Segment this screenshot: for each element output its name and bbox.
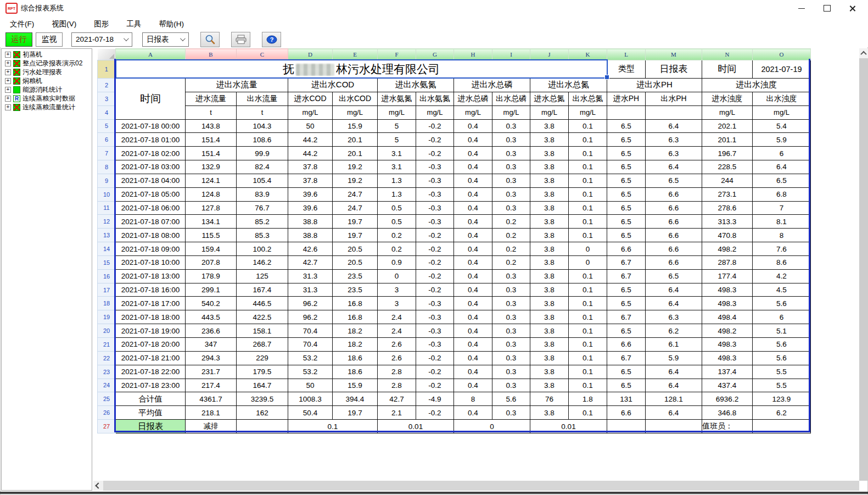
data-cell[interactable]: 3.8: [530, 133, 569, 147]
data-cell[interactable]: 0: [569, 242, 607, 256]
data-cell[interactable]: 0.3: [492, 201, 530, 215]
data-cell[interactable]: 3.8: [530, 229, 569, 242]
data-cell[interactable]: -0.2: [416, 283, 454, 297]
data-cell[interactable]: 347: [186, 338, 237, 352]
data-cell[interactable]: 3.8: [530, 255, 569, 269]
average-value-cell[interactable]: -0.2: [416, 406, 454, 420]
time-cell[interactable]: 2021-07-18 02:00: [116, 147, 186, 160]
data-cell[interactable]: 498.3: [702, 338, 753, 352]
data-cell[interactable]: 6.4: [753, 160, 811, 174]
row-header-9[interactable]: 9: [98, 174, 116, 187]
data-cell[interactable]: 167.4: [237, 283, 288, 297]
data-cell[interactable]: 6.6: [646, 201, 702, 215]
data-cell[interactable]: 6.1: [646, 338, 702, 352]
total-value-cell[interactable]: 3239.5: [237, 392, 288, 406]
data-cell[interactable]: 6.3: [646, 310, 702, 324]
sub-header-9[interactable]: 进水总氮: [530, 92, 569, 105]
data-cell[interactable]: 217.4: [186, 379, 237, 392]
data-cell[interactable]: 0.4: [454, 187, 492, 201]
total-label-cell[interactable]: 合计值: [116, 392, 186, 406]
data-cell[interactable]: 0.1: [569, 215, 607, 229]
data-cell[interactable]: 5.9: [646, 351, 702, 365]
time-cell[interactable]: 2021-07-18 05:00: [116, 187, 186, 201]
data-cell[interactable]: -0.2: [416, 133, 454, 147]
data-cell[interactable]: 83.9: [237, 187, 288, 201]
monitor-button[interactable]: 监视: [36, 32, 63, 47]
data-cell[interactable]: 6.6: [607, 338, 646, 352]
data-cell[interactable]: 446.5: [237, 297, 288, 310]
tree-item-5[interactable]: +能源消耗统计: [2, 85, 92, 94]
data-cell[interactable]: 0.4: [454, 160, 492, 174]
data-cell[interactable]: 0.1: [569, 187, 607, 201]
data-cell[interactable]: 6.5: [607, 133, 646, 147]
data-cell[interactable]: 23.5: [333, 283, 378, 297]
data-cell[interactable]: 0.1: [569, 119, 607, 133]
data-cell[interactable]: 0.4: [454, 255, 492, 269]
sub-header-6[interactable]: 出水氨氮: [416, 92, 454, 105]
row-header-23[interactable]: 23: [98, 365, 116, 379]
row-header-19[interactable]: 19: [98, 310, 116, 324]
data-cell[interactable]: 42.7: [288, 255, 333, 269]
unit-cell-8[interactable]: mg/L: [492, 105, 530, 119]
data-cell[interactable]: 18.2: [333, 338, 378, 352]
data-cell[interactable]: 0.3: [492, 338, 530, 352]
meta-type-value[interactable]: 日报表: [646, 60, 702, 78]
time-cell[interactable]: 2021-07-18 19:00: [116, 324, 186, 338]
data-cell[interactable]: 244: [702, 174, 753, 187]
data-cell[interactable]: 53.2: [288, 351, 333, 365]
data-cell[interactable]: 44.2: [288, 133, 333, 147]
menu-item-2[interactable]: 视图(V): [48, 18, 80, 31]
data-cell[interactable]: 3.8: [530, 215, 569, 229]
sub-header-2[interactable]: 出水流量: [237, 92, 288, 105]
data-cell[interactable]: 268.7: [237, 338, 288, 352]
time-cell[interactable]: 2021-07-18 09:00: [116, 242, 186, 256]
total-value-cell[interactable]: 131: [607, 392, 646, 406]
unit-cell-12[interactable]: [646, 105, 702, 119]
time-cell[interactable]: 2021-07-18 10:00: [116, 255, 186, 269]
data-cell[interactable]: 299.1: [186, 283, 237, 297]
unit-cell-6[interactable]: mg/L: [416, 105, 454, 119]
data-cell[interactable]: 0.1: [569, 160, 607, 174]
data-cell[interactable]: 0.3: [492, 269, 530, 283]
total-value-cell[interactable]: 5.6: [492, 392, 530, 406]
data-cell[interactable]: 5.6: [753, 351, 811, 365]
average-value-cell[interactable]: 6.4: [646, 406, 702, 420]
meta-time-label[interactable]: 时间: [702, 60, 753, 78]
data-cell[interactable]: 6.6: [607, 242, 646, 256]
data-cell[interactable]: 6.5: [607, 119, 646, 133]
data-cell[interactable]: 6.4: [646, 283, 702, 297]
data-cell[interactable]: 105.4: [237, 174, 288, 187]
menu-item-4[interactable]: 工具: [123, 18, 144, 31]
data-cell[interactable]: 0.3: [492, 119, 530, 133]
time-cell[interactable]: 2021-07-18 06:00: [116, 201, 186, 215]
data-cell[interactable]: -0.2: [416, 351, 454, 365]
data-cell[interactable]: 3.1: [378, 160, 416, 174]
data-cell[interactable]: 3.8: [530, 297, 569, 310]
data-cell[interactable]: 143.8: [186, 119, 237, 133]
vertical-scrollbar[interactable]: [859, 48, 868, 481]
data-cell[interactable]: 0.3: [492, 324, 530, 338]
data-cell[interactable]: 0.5: [378, 201, 416, 215]
column-header-I[interactable]: I: [492, 49, 530, 60]
data-cell[interactable]: 124.1: [186, 174, 237, 187]
menu-item-3[interactable]: 图形: [91, 18, 112, 31]
row-header-12[interactable]: 12: [98, 215, 116, 229]
data-cell[interactable]: 19.7: [333, 229, 378, 242]
data-cell[interactable]: 0.1: [569, 297, 607, 310]
sub-header-4[interactable]: 出水COD: [333, 92, 378, 105]
data-cell[interactable]: -0.3: [416, 174, 454, 187]
data-cell[interactable]: 108.6: [237, 133, 288, 147]
data-cell[interactable]: 0.1: [569, 324, 607, 338]
data-cell[interactable]: 0.1: [569, 269, 607, 283]
data-cell[interactable]: 3.1: [378, 147, 416, 160]
data-cell[interactable]: -0.3: [416, 297, 454, 310]
unit-cell-2[interactable]: t: [237, 105, 288, 119]
time-cell[interactable]: 2021-07-18 22:00: [116, 365, 186, 379]
row-header-8[interactable]: 8: [98, 160, 116, 174]
data-cell[interactable]: 6: [753, 147, 811, 160]
close-button[interactable]: [839, 0, 865, 16]
data-cell[interactable]: -0.2: [416, 269, 454, 283]
data-cell[interactable]: 31.3: [288, 269, 333, 283]
data-cell[interactable]: 0.3: [492, 133, 530, 147]
data-cell[interactable]: 0.4: [454, 310, 492, 324]
